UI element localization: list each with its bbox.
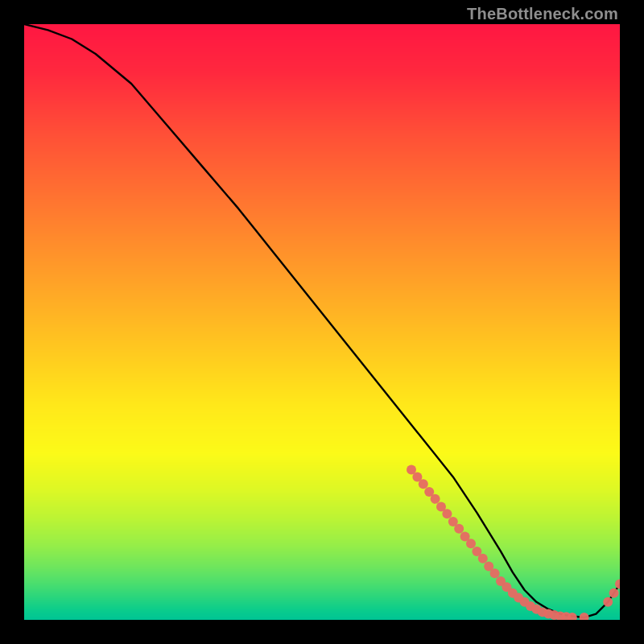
curve-layer [24,24,620,620]
dot [490,568,500,578]
dot [419,479,428,489]
dot [466,539,476,548]
plot-area [24,24,620,620]
dot [603,597,613,607]
dot [609,588,619,598]
chart-frame: TheBottleneck.com [0,0,644,644]
observation-dots [407,465,620,620]
watermark-text: TheBottleneck.com [467,5,618,23]
dot [442,509,452,518]
bottleneck-curve [24,24,620,617]
dot [580,613,589,620]
dot [615,580,620,589]
dot [478,554,488,564]
dot [431,494,440,504]
dot [454,524,464,534]
